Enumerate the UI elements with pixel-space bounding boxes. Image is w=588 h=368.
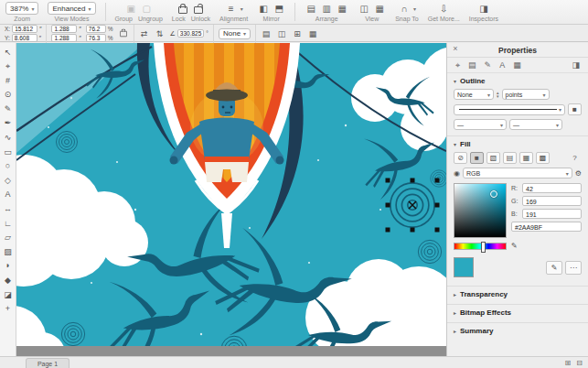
tab-layout[interactable]: ▤ — [468, 60, 476, 70]
mirror-vertical-button[interactable]: ⬒ — [273, 3, 285, 15]
tab-panel-options[interactable]: ◨ — [572, 60, 580, 70]
color-field[interactable] — [454, 183, 507, 238]
fill-bitmap-button[interactable]: ▦ — [519, 152, 533, 164]
tool-connector[interactable]: ∟ — [2, 217, 15, 229]
outline-width-stepper[interactable]: ▴▾ — [497, 91, 499, 98]
hue-slider-marker[interactable] — [481, 242, 486, 253]
view-modes-label: View Modes — [55, 16, 90, 22]
tool-eyedropper[interactable]: ◗ — [2, 260, 15, 272]
tab-edit[interactable]: ✎ — [485, 60, 492, 70]
summary-section-header[interactable]: ▸ Summary — [447, 323, 588, 337]
tool-polygon[interactable]: ◇ — [2, 174, 15, 186]
line-style-select[interactable]: ▾ — [454, 104, 565, 115]
outline-section-header[interactable]: ▾ Outline — [447, 73, 588, 87]
status-button-1[interactable]: ⊞ — [565, 359, 572, 367]
view-button-2[interactable]: ▦ — [373, 3, 386, 15]
hex-field[interactable]: #2AA9BF — [511, 222, 582, 232]
mirror-horizontal-button[interactable]: ◧ — [257, 3, 270, 15]
artwork[interactable] — [16, 43, 446, 346]
zoom-control[interactable]: 387% ▾ Zoom — [5, 2, 38, 22]
property-bar-button-2[interactable]: ◫ — [276, 28, 287, 39]
tool-artistic-media[interactable]: ✒ — [2, 117, 15, 129]
gear-icon[interactable]: ⚙ — [575, 169, 582, 178]
swap-horizontal-button[interactable]: ⇄ — [139, 28, 150, 39]
swatch-options-button[interactable]: ⋯ — [565, 261, 582, 275]
arrange-button-1[interactable]: ▤ — [305, 3, 317, 15]
tab-grid[interactable]: ▦ — [513, 60, 521, 70]
property-bar-button-1[interactable]: ▤ — [261, 28, 272, 39]
tool-drop-shadow[interactable]: ▱ — [2, 232, 15, 244]
lock-button[interactable] — [176, 3, 189, 15]
outline-width-combo[interactable]: None ▾ — [219, 28, 251, 39]
tool-outline-pen[interactable]: ◆ — [2, 275, 15, 287]
group-button[interactable]: ▣ — [124, 3, 137, 15]
tab-text[interactable]: A — [499, 60, 505, 70]
view-mode-combo[interactable]: Enhanced ▾ — [48, 2, 95, 15]
tool-freehand[interactable]: ✎ — [2, 103, 15, 114]
swap-vertical-button[interactable]: ⇅ — [155, 28, 166, 39]
scale-width-field[interactable]: 76.2 — [86, 25, 106, 33]
tool-text[interactable]: A — [2, 189, 15, 200]
arrow-end-select[interactable]: — ▾ — [509, 119, 562, 130]
tab-object[interactable]: ⌖ — [455, 60, 460, 70]
tool-rectangle[interactable]: ▭ — [2, 146, 15, 157]
outline-settings-button[interactable]: ■ — [568, 103, 582, 115]
tool-zoom[interactable]: ⊙ — [2, 89, 15, 101]
current-fill-swatch[interactable] — [454, 257, 474, 277]
ungroup-button[interactable]: ▢ — [140, 3, 153, 15]
view-button-1[interactable]: ◫ — [358, 3, 370, 15]
status-button-2[interactable]: ⊟ — [576, 359, 583, 367]
tool-curve[interactable]: ∿ — [2, 132, 15, 144]
zoom-combo[interactable]: 387% ▾ — [5, 2, 38, 15]
fill-help-button[interactable]: ? — [568, 152, 582, 164]
arrange-button-3[interactable]: ▦ — [336, 3, 348, 15]
page-tab[interactable]: Page 1 — [26, 358, 69, 368]
tool-shape-edit[interactable]: ⌖ — [2, 60, 15, 72]
tool-ellipse[interactable]: ○ — [2, 160, 15, 172]
view-mode-control[interactable]: Enhanced ▾ View Modes — [48, 2, 95, 22]
transparency-section-header[interactable]: ▸ Transparency — [447, 287, 588, 300]
drawing-canvas[interactable] — [16, 43, 446, 357]
r-field[interactable]: 42 — [522, 183, 582, 193]
fill-fountain-button[interactable]: ▧ — [486, 152, 500, 164]
arrow-start-select[interactable]: — ▾ — [454, 119, 507, 130]
lock-ratio-button[interactable] — [118, 28, 129, 39]
unlock-button[interactable] — [192, 3, 205, 15]
b-field[interactable]: 191 — [522, 209, 582, 219]
fill-uniform-button[interactable]: ■ — [470, 152, 484, 164]
inspectors-button[interactable]: ◨ — [477, 3, 490, 15]
eyedropper-icon[interactable]: ✎ — [511, 242, 518, 250]
bitmap-effects-section-header[interactable]: ▸ Bitmap Effects — [447, 305, 588, 319]
color-model-select[interactable]: RGB ▾ — [463, 168, 572, 179]
rotation-angle-field[interactable]: 330.825 — [177, 29, 205, 38]
fill-texture-button[interactable]: ▩ — [536, 152, 550, 164]
property-bar-button-4[interactable]: ▦ — [307, 28, 318, 39]
fill-pattern-button[interactable]: ▤ — [503, 152, 517, 164]
g-field[interactable]: 169 — [522, 196, 582, 206]
tool-crop[interactable]: # — [2, 74, 15, 86]
outline-width-select[interactable]: None ▾ — [454, 89, 494, 100]
y-position-field[interactable]: 8.608 — [12, 34, 37, 42]
x-position-field[interactable]: 15.812 — [12, 25, 37, 33]
tool-pick[interactable]: ↖ — [2, 46, 15, 58]
alignment-button[interactable]: ≡ — [225, 3, 238, 15]
snap-button[interactable]: ∩ — [398, 3, 411, 15]
swatch-eyedropper-button[interactable]: ✎ — [546, 261, 562, 275]
arrange-button-2[interactable]: ▥ — [320, 3, 333, 15]
fill-section-header[interactable]: ▾ Fill — [447, 136, 588, 150]
property-bar-button-3[interactable]: ⊞ — [292, 28, 303, 39]
width-field[interactable]: 1.288 — [51, 25, 77, 33]
outline-units-select[interactable]: points ▾ — [502, 89, 550, 100]
height-field[interactable]: 1.288 — [51, 34, 77, 42]
arrange-icon: ▦ — [337, 4, 346, 14]
hue-slider[interactable] — [454, 243, 507, 250]
tool-fill[interactable]: ◪ — [2, 288, 15, 300]
scale-height-field[interactable]: 76.3 — [86, 34, 106, 42]
tool-add[interactable]: + — [2, 303, 15, 315]
tool-transparency[interactable]: ▨ — [2, 245, 15, 257]
color-field-marker[interactable] — [490, 190, 497, 198]
get-more-button[interactable]: ⇩ — [437, 3, 450, 15]
close-icon[interactable]: × — [451, 44, 460, 53]
tool-dimension[interactable]: ↔ — [2, 203, 15, 215]
fill-none-button[interactable]: ⊘ — [454, 152, 467, 164]
